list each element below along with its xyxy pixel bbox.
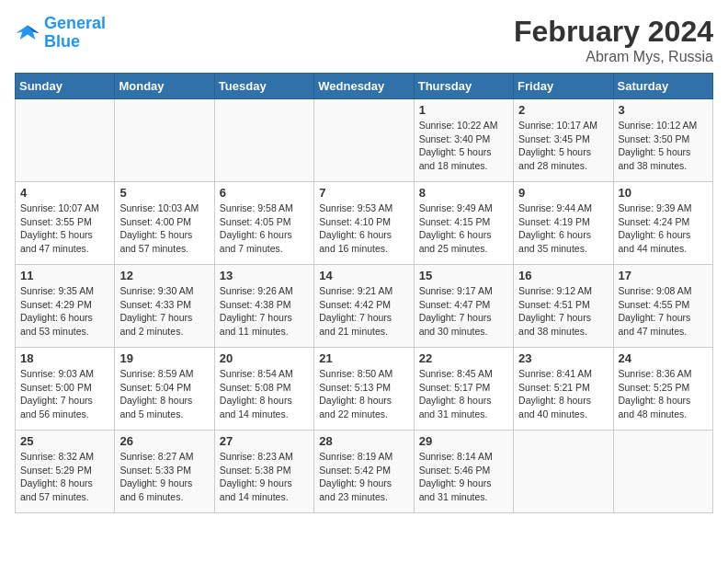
- calendar-cell: 15Sunrise: 9:17 AM Sunset: 4:47 PM Dayli…: [414, 265, 513, 348]
- calendar-cell: 23Sunrise: 8:41 AM Sunset: 5:21 PM Dayli…: [514, 348, 613, 431]
- calendar-cell: 27Sunrise: 8:23 AM Sunset: 5:38 PM Dayli…: [214, 431, 313, 513]
- calendar-cell: 25Sunrise: 8:32 AM Sunset: 5:29 PM Dayli…: [16, 431, 115, 513]
- cell-text: Sunrise: 9:12 AM Sunset: 4:51 PM Dayligh…: [518, 284, 608, 339]
- calendar-cell: 26Sunrise: 8:27 AM Sunset: 5:33 PM Dayli…: [115, 431, 214, 513]
- day-number: 20: [220, 351, 309, 365]
- weekday-header-wednesday: Wednesday: [314, 74, 414, 99]
- cell-text: Sunrise: 10:07 AM Sunset: 3:55 PM Daylig…: [20, 201, 109, 256]
- calendar-cell: 6Sunrise: 9:58 AM Sunset: 4:05 PM Daylig…: [214, 182, 313, 265]
- calendar-cell: 11Sunrise: 9:35 AM Sunset: 4:29 PM Dayli…: [16, 265, 115, 348]
- day-number: 16: [518, 269, 608, 282]
- day-number: 6: [220, 186, 309, 200]
- day-number: 29: [419, 434, 508, 448]
- cell-text: Sunrise: 8:32 AM Sunset: 5:29 PM Dayligh…: [20, 450, 109, 504]
- calendar-cell: 20Sunrise: 8:54 AM Sunset: 5:08 PM Dayli…: [214, 348, 313, 431]
- cell-text: Sunrise: 9:44 AM Sunset: 4:19 PM Dayligh…: [518, 201, 608, 256]
- cell-text: Sunrise: 9:26 AM Sunset: 4:38 PM Dayligh…: [220, 284, 309, 339]
- cell-text: Sunrise: 10:12 AM Sunset: 3:50 PM Daylig…: [619, 119, 708, 173]
- calendar-cell: [16, 99, 115, 182]
- day-number: 18: [20, 351, 109, 365]
- title-block: February 2024 Abram Mys, Russia: [514, 15, 713, 65]
- cell-text: Sunrise: 10:22 AM Sunset: 3:40 PM Daylig…: [419, 119, 508, 173]
- weekday-header-tuesday: Tuesday: [214, 74, 313, 99]
- calendar-cell: 29Sunrise: 8:14 AM Sunset: 5:46 PM Dayli…: [414, 431, 513, 513]
- cell-text: Sunrise: 9:58 AM Sunset: 4:05 PM Dayligh…: [220, 201, 309, 256]
- cell-text: Sunrise: 9:49 AM Sunset: 4:15 PM Dayligh…: [419, 201, 508, 256]
- day-number: 8: [419, 186, 508, 200]
- calendar-cell: [115, 99, 214, 182]
- calendar-cell: 9Sunrise: 9:44 AM Sunset: 4:19 PM Daylig…: [514, 182, 613, 265]
- calendar-cell: 13Sunrise: 9:26 AM Sunset: 4:38 PM Dayli…: [214, 265, 313, 348]
- cell-text: Sunrise: 8:45 AM Sunset: 5:17 PM Dayligh…: [419, 367, 508, 421]
- cell-text: Sunrise: 8:41 AM Sunset: 5:21 PM Dayligh…: [518, 367, 608, 421]
- svg-marker-0: [16, 25, 39, 39]
- day-number: 1: [419, 103, 508, 117]
- day-number: 27: [220, 434, 309, 448]
- cell-text: Sunrise: 8:14 AM Sunset: 5:46 PM Dayligh…: [419, 450, 508, 504]
- page-subtitle: Abram Mys, Russia: [514, 49, 713, 65]
- calendar-cell: 10Sunrise: 9:39 AM Sunset: 4:24 PM Dayli…: [613, 182, 712, 265]
- cell-text: Sunrise: 9:08 AM Sunset: 4:55 PM Dayligh…: [619, 284, 708, 339]
- calendar-cell: 4Sunrise: 10:07 AM Sunset: 3:55 PM Dayli…: [16, 182, 115, 265]
- cell-text: Sunrise: 9:35 AM Sunset: 4:29 PM Dayligh…: [20, 284, 109, 339]
- day-number: 14: [319, 269, 408, 282]
- cell-text: Sunrise: 10:17 AM Sunset: 3:45 PM Daylig…: [518, 119, 608, 173]
- day-number: 10: [619, 186, 708, 200]
- cell-text: Sunrise: 9:30 AM Sunset: 4:33 PM Dayligh…: [119, 284, 209, 339]
- weekday-header-monday: Monday: [115, 74, 214, 99]
- calendar-cell: 1Sunrise: 10:22 AM Sunset: 3:40 PM Dayli…: [414, 99, 513, 182]
- calendar-header: SundayMondayTuesdayWednesdayThursdayFrid…: [16, 74, 713, 99]
- page-title: February 2024: [514, 15, 713, 49]
- calendar-week-3: 11Sunrise: 9:35 AM Sunset: 4:29 PM Dayli…: [16, 265, 713, 348]
- cell-text: Sunrise: 9:53 AM Sunset: 4:10 PM Dayligh…: [319, 201, 408, 256]
- weekday-header-thursday: Thursday: [414, 74, 513, 99]
- day-number: 28: [319, 434, 408, 448]
- day-number: 12: [119, 269, 209, 282]
- day-number: 25: [20, 434, 109, 448]
- calendar-cell: 18Sunrise: 9:03 AM Sunset: 5:00 PM Dayli…: [16, 348, 115, 431]
- logo: General Blue: [15, 15, 106, 52]
- cell-text: Sunrise: 8:50 AM Sunset: 5:13 PM Dayligh…: [319, 367, 408, 421]
- cell-text: Sunrise: 8:59 AM Sunset: 5:04 PM Dayligh…: [119, 367, 209, 421]
- calendar-cell: 19Sunrise: 8:59 AM Sunset: 5:04 PM Dayli…: [115, 348, 214, 431]
- calendar-cell: 24Sunrise: 8:36 AM Sunset: 5:25 PM Dayli…: [613, 348, 712, 431]
- weekday-header-sunday: Sunday: [16, 74, 115, 99]
- day-number: 13: [220, 269, 309, 282]
- calendar-cell: [613, 431, 712, 513]
- cell-text: Sunrise: 8:23 AM Sunset: 5:38 PM Dayligh…: [220, 450, 309, 504]
- cell-text: Sunrise: 8:27 AM Sunset: 5:33 PM Dayligh…: [119, 450, 209, 504]
- calendar-cell: 21Sunrise: 8:50 AM Sunset: 5:13 PM Dayli…: [314, 348, 414, 431]
- day-number: 24: [619, 351, 708, 365]
- calendar-table: SundayMondayTuesdayWednesdayThursdayFrid…: [15, 73, 713, 513]
- day-number: 9: [518, 186, 608, 200]
- cell-text: Sunrise: 10:03 AM Sunset: 4:00 PM Daylig…: [119, 201, 209, 256]
- cell-text: Sunrise: 8:19 AM Sunset: 5:42 PM Dayligh…: [319, 450, 408, 504]
- cell-text: Sunrise: 9:17 AM Sunset: 4:47 PM Dayligh…: [419, 284, 508, 339]
- calendar-cell: 28Sunrise: 8:19 AM Sunset: 5:42 PM Dayli…: [314, 431, 414, 513]
- day-number: 4: [20, 186, 109, 200]
- calendar-cell: 14Sunrise: 9:21 AM Sunset: 4:42 PM Dayli…: [314, 265, 414, 348]
- calendar-cell: [514, 431, 613, 513]
- day-number: 11: [20, 269, 109, 282]
- weekday-header-saturday: Saturday: [613, 74, 712, 99]
- day-number: 17: [619, 269, 708, 282]
- cell-text: Sunrise: 9:39 AM Sunset: 4:24 PM Dayligh…: [619, 201, 708, 256]
- calendar-cell: 16Sunrise: 9:12 AM Sunset: 4:51 PM Dayli…: [514, 265, 613, 348]
- logo-text: General Blue: [44, 15, 106, 52]
- calendar-week-1: 1Sunrise: 10:22 AM Sunset: 3:40 PM Dayli…: [16, 99, 713, 182]
- day-number: 7: [319, 186, 408, 200]
- cell-text: Sunrise: 9:21 AM Sunset: 4:42 PM Dayligh…: [319, 284, 408, 339]
- calendar-week-2: 4Sunrise: 10:07 AM Sunset: 3:55 PM Dayli…: [16, 182, 713, 265]
- day-number: 21: [319, 351, 408, 365]
- calendar-cell: [214, 99, 313, 182]
- day-number: 5: [119, 186, 209, 200]
- logo-bird-icon: [15, 20, 40, 46]
- header: General Blue February 2024 Abram Mys, Ru…: [15, 15, 713, 65]
- cell-text: Sunrise: 8:54 AM Sunset: 5:08 PM Dayligh…: [220, 367, 309, 421]
- cell-text: Sunrise: 9:03 AM Sunset: 5:00 PM Dayligh…: [20, 367, 109, 421]
- day-number: 22: [419, 351, 508, 365]
- calendar-cell: [314, 99, 414, 182]
- day-number: 19: [119, 351, 209, 365]
- day-number: 3: [619, 103, 708, 117]
- calendar-cell: 12Sunrise: 9:30 AM Sunset: 4:33 PM Dayli…: [115, 265, 214, 348]
